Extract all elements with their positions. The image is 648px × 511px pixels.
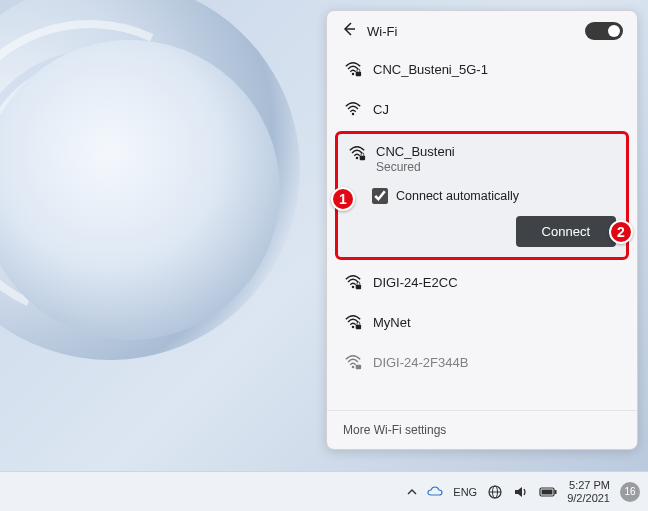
svg-point-1: [352, 73, 355, 76]
clock-date: 9/2/2021: [567, 492, 610, 504]
language-indicator[interactable]: ENG: [453, 486, 477, 498]
battery-icon[interactable]: [539, 486, 557, 498]
tray-overflow-chevron-icon[interactable]: [407, 487, 417, 497]
back-arrow-icon[interactable]: [341, 21, 357, 41]
network-name: DIGI-24-E2CC: [373, 275, 458, 290]
annotation-bubble-1: 1: [331, 187, 355, 211]
panel-header: Wi-Fi: [327, 11, 637, 49]
wifi-quick-settings-panel: Wi-Fi CNC_Busteni_5G-1 CJ CNC_Busteni: [326, 10, 638, 450]
svg-point-4: [356, 157, 359, 160]
selected-network-status: Secured: [376, 160, 455, 174]
network-item[interactable]: MyNet: [335, 302, 629, 342]
svg-rect-17: [542, 489, 553, 494]
network-name: MyNet: [373, 315, 411, 330]
network-item[interactable]: CNC_Busteni_5G-1: [335, 49, 629, 89]
svg-point-10: [352, 366, 355, 369]
taskbar: ENG 5:27 PM 9/2/2021 16: [0, 471, 648, 511]
svg-point-6: [352, 286, 355, 289]
wifi-secured-icon: [343, 312, 363, 332]
connect-row: Connect 2: [344, 216, 620, 247]
taskbar-clock[interactable]: 5:27 PM 9/2/2021: [567, 479, 610, 503]
network-icon[interactable]: [487, 484, 503, 500]
network-item[interactable]: DIGI-24-2F344B: [335, 342, 629, 372]
connect-automatically-label: Connect automatically: [396, 189, 519, 203]
wifi-secured-icon: [343, 272, 363, 292]
svg-rect-2: [356, 72, 361, 77]
svg-rect-5: [360, 156, 365, 161]
onedrive-icon[interactable]: [427, 486, 443, 498]
svg-rect-7: [356, 285, 361, 290]
more-wifi-settings-link[interactable]: More Wi-Fi settings: [327, 410, 637, 449]
clock-time: 5:27 PM: [569, 479, 610, 491]
network-item[interactable]: DIGI-24-E2CC: [335, 262, 629, 302]
connect-automatically-row: 1 Connect automatically: [344, 182, 620, 216]
connect-button[interactable]: Connect: [516, 216, 616, 247]
svg-rect-9: [356, 325, 361, 330]
svg-point-3: [352, 113, 355, 116]
network-list: CNC_Busteni_5G-1 CJ CNC_Busteni Secured …: [327, 49, 637, 410]
panel-title: Wi-Fi: [367, 24, 575, 39]
svg-rect-16: [555, 490, 557, 494]
network-name: DIGI-24-2F344B: [373, 355, 468, 370]
annotation-bubble-2: 2: [609, 220, 633, 244]
network-name: CJ: [373, 102, 389, 117]
wifi-secured-icon: [343, 352, 363, 372]
wifi-secured-icon: [343, 59, 363, 79]
desktop-wallpaper: [0, 0, 340, 440]
selected-network-box: CNC_Busteni Secured 1 Connect automatica…: [335, 131, 629, 260]
selected-network-header[interactable]: CNC_Busteni Secured: [344, 140, 620, 182]
system-tray: ENG 5:27 PM 9/2/2021 16: [407, 479, 640, 503]
notification-count-badge[interactable]: 16: [620, 482, 640, 502]
svg-point-8: [352, 326, 355, 329]
wifi-toggle[interactable]: [585, 22, 623, 40]
selected-network-name: CNC_Busteni: [376, 144, 455, 159]
wifi-secured-icon: [348, 144, 366, 166]
svg-rect-11: [356, 365, 361, 370]
network-item[interactable]: CJ: [335, 89, 629, 129]
volume-icon[interactable]: [513, 484, 529, 500]
network-name: CNC_Busteni_5G-1: [373, 62, 488, 77]
connect-automatically-checkbox[interactable]: [372, 188, 388, 204]
wifi-open-icon: [343, 99, 363, 119]
